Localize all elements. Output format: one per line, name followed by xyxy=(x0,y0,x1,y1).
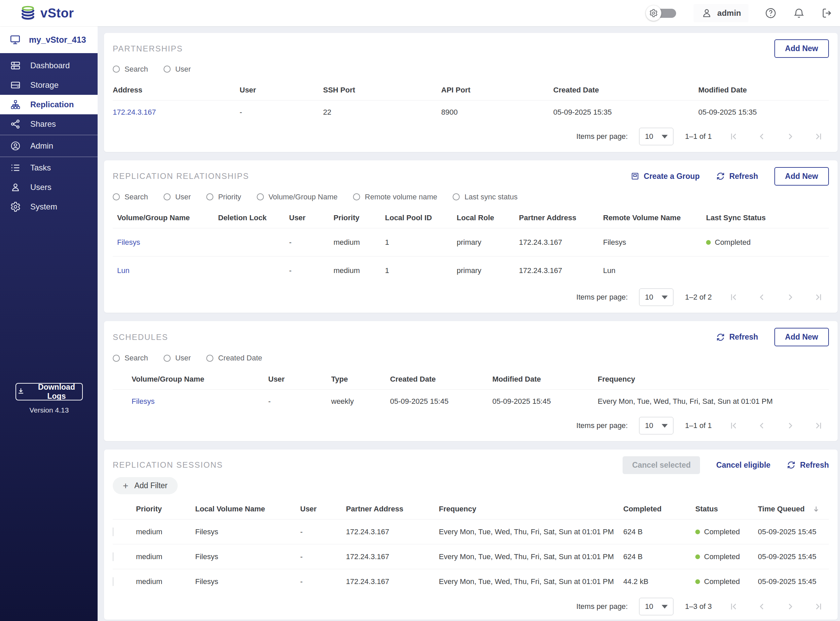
toggle-knob[interactable] xyxy=(646,5,661,21)
sidebar-item-label: Shares xyxy=(30,120,56,129)
last-page-button[interactable] xyxy=(813,132,823,142)
filter-radio-user[interactable]: User xyxy=(164,65,191,74)
sidebar-item-system[interactable]: System xyxy=(0,197,97,217)
filter-radio-created-date[interactable]: Created Date xyxy=(206,354,262,362)
prev-page-button[interactable] xyxy=(757,421,767,431)
row-checkbox[interactable] xyxy=(113,577,113,586)
radio-icon[interactable] xyxy=(113,193,120,200)
theme-toggle[interactable] xyxy=(646,5,677,21)
filter-radio-priority[interactable]: Priority xyxy=(206,193,241,201)
radio-icon[interactable] xyxy=(453,193,460,200)
page-range-label: 1–3 of 3 xyxy=(685,602,712,611)
cancel-selected-button[interactable]: Cancel selected xyxy=(623,456,700,474)
volume-link[interactable]: Lun xyxy=(117,266,218,275)
sidebar-item-shares[interactable]: Shares xyxy=(0,114,97,134)
partnership-address-link[interactable]: 172.24.3.167 xyxy=(113,108,240,117)
notifications-bell-button[interactable] xyxy=(793,7,805,19)
download-logs-button[interactable]: Download Logs xyxy=(15,383,83,400)
col-time-queued-sort[interactable]: Time Queued xyxy=(758,505,829,513)
refresh-icon xyxy=(787,460,796,470)
add-filter-chip[interactable]: + Add Filter xyxy=(113,477,178,494)
radio-icon[interactable] xyxy=(113,65,120,73)
sidebar-item-storage[interactable]: Storage xyxy=(0,75,97,95)
filter-radio-search[interactable]: Search xyxy=(113,354,148,362)
sidebar-item-tasks[interactable]: Tasks xyxy=(0,158,97,177)
col-volume-group-name: Volume/Group Name xyxy=(132,375,268,384)
sidebar-item-users[interactable]: Users xyxy=(0,177,97,197)
first-page-button[interactable] xyxy=(729,292,739,302)
filter-radio-search[interactable]: Search xyxy=(113,193,148,201)
col-user: User xyxy=(289,214,334,222)
last-page-button[interactable] xyxy=(813,292,823,302)
col-deletion-lock: Deletion Lock xyxy=(218,214,289,222)
items-per-page-label: Items per page: xyxy=(577,602,628,611)
help-button[interactable] xyxy=(765,7,777,19)
main-content: PARTNERSHIPS Add New Search User Address… xyxy=(97,26,840,621)
sidebar-item-replication[interactable]: Replication xyxy=(0,95,97,114)
volume-link[interactable]: Filesys xyxy=(117,238,218,247)
user-menu[interactable]: admin xyxy=(694,4,749,22)
next-page-button[interactable] xyxy=(785,292,795,302)
next-page-button[interactable] xyxy=(785,421,795,431)
first-page-button[interactable] xyxy=(729,132,739,142)
schedules-refresh-button[interactable]: Refresh xyxy=(716,333,758,342)
radio-icon[interactable] xyxy=(257,193,264,200)
radio-icon[interactable] xyxy=(164,193,171,200)
radio-icon[interactable] xyxy=(164,65,171,73)
table-header-row: Volume/Group Name Deletion Lock User Pri… xyxy=(113,208,829,228)
row-checkbox[interactable] xyxy=(113,527,113,536)
cancel-eligible-button[interactable]: Cancel eligible xyxy=(716,460,770,470)
sessions-refresh-button[interactable]: Refresh xyxy=(787,460,829,470)
filter-radio-user[interactable]: User xyxy=(164,354,191,362)
row-checkbox[interactable] xyxy=(113,553,113,561)
first-page-button[interactable] xyxy=(729,421,739,431)
relationships-filters: Search User Priority Volume/Group Name R… xyxy=(113,191,829,203)
radio-icon[interactable] xyxy=(164,355,171,362)
next-page-button[interactable] xyxy=(785,132,795,142)
schedule-volume-link[interactable]: Filesys xyxy=(132,397,268,406)
filter-radio-search[interactable]: Search xyxy=(113,65,148,74)
sidebar-item-dashboard[interactable]: Dashboard xyxy=(0,56,97,75)
pagination-nav xyxy=(729,132,823,142)
filter-label: Priority xyxy=(218,193,241,201)
create-group-button[interactable]: Create a Group xyxy=(630,171,700,181)
status-label: Completed xyxy=(704,577,740,586)
cell-local-pool-id: 1 xyxy=(385,238,457,247)
next-page-button[interactable] xyxy=(785,601,795,612)
radio-icon[interactable] xyxy=(206,355,213,362)
prev-page-button[interactable] xyxy=(757,132,767,142)
radio-icon[interactable] xyxy=(206,193,213,200)
status-badge: Completed xyxy=(706,238,829,247)
prev-page-button[interactable] xyxy=(757,601,767,612)
filter-radio-volume-group-name[interactable]: Volume/Group Name xyxy=(257,193,337,201)
page-size-select[interactable]: 10 xyxy=(639,417,673,435)
filter-radio-remote-volume-name[interactable]: Remote volume name xyxy=(353,193,437,201)
last-page-button[interactable] xyxy=(813,601,823,612)
schedules-card: SCHEDULES Refresh Add New Search User Cr… xyxy=(104,321,838,441)
caret-down-icon xyxy=(662,424,668,428)
last-page-button[interactable] xyxy=(813,421,823,431)
pagination-nav xyxy=(729,292,823,302)
page-size-select[interactable]: 10 xyxy=(639,128,673,145)
prev-page-button[interactable] xyxy=(757,292,767,302)
page-size-select[interactable]: 10 xyxy=(639,598,673,615)
cell-time-queued: 05-09-2025 15:45 xyxy=(758,577,829,586)
download-logs-label: Download Logs xyxy=(31,383,82,401)
schedules-add-new-button[interactable]: Add New xyxy=(775,328,829,346)
page-size-select[interactable]: 10 xyxy=(639,288,673,306)
radio-icon[interactable] xyxy=(113,355,120,362)
monitor-icon xyxy=(9,34,21,45)
partnerships-pagination: Items per page: 10 1–1 of 1 xyxy=(113,124,829,152)
relationships-refresh-button[interactable]: Refresh xyxy=(716,171,758,181)
filter-radio-user[interactable]: User xyxy=(164,193,191,201)
logout-button[interactable] xyxy=(821,7,833,19)
filter-radio-last-sync-status[interactable]: Last sync status xyxy=(453,193,518,201)
partnerships-add-new-button[interactable]: Add New xyxy=(775,39,829,58)
partnerships-table: Address User SSH Port API Port Created D… xyxy=(113,75,829,124)
relationships-add-new-button[interactable]: Add New xyxy=(775,167,829,186)
first-page-button[interactable] xyxy=(729,601,739,612)
sidebar-item-admin[interactable]: Admin xyxy=(0,136,97,156)
col-user: User xyxy=(300,505,346,513)
radio-icon[interactable] xyxy=(353,193,360,200)
sidebar-server[interactable]: my_vStor_413 xyxy=(0,26,97,53)
